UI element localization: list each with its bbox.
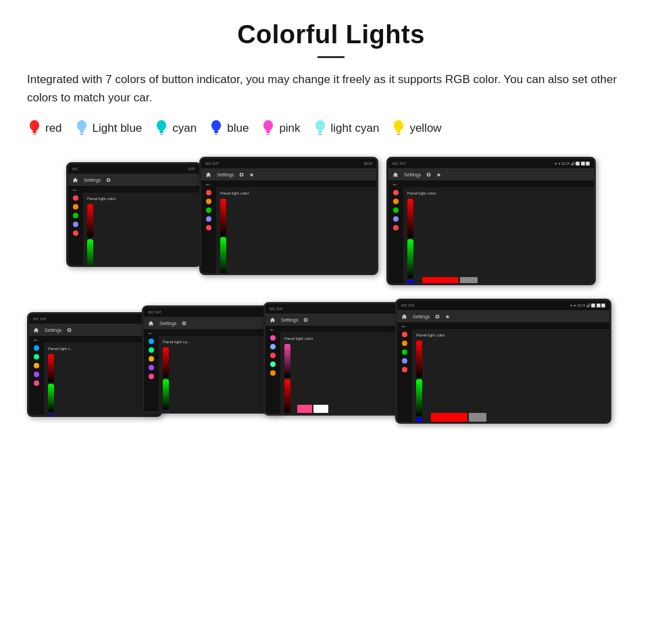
b4-green-slider[interactable] [416,379,422,416]
bottom-home-1 [33,327,39,333]
bulb-icon-blue [209,119,224,138]
color-label-cyan: cyan [172,122,197,135]
bottom-gear-4 [435,314,440,319]
nav-bar-2: Settings [201,168,376,180]
color-label-lightblue: Light blue [93,122,143,135]
back-arrow-3[interactable]: ← [392,180,399,188]
bottom-content-2: Panel light co... [144,336,282,414]
svg-point-15 [315,120,325,131]
bottom-content-4: Panel light color [397,329,609,424]
back-row-2: ← [201,180,376,187]
bottom-home-2 [148,320,154,326]
bottom-panel-label-3: Panel light color [284,337,406,341]
screen-3: MIC RAT ▼ ♥ 20:24 🔊 ⬜ ⬜ ⬜ Settings ← [386,157,596,285]
svg-point-18 [394,120,403,131]
bottom-arrow-2[interactable]: ← [147,329,154,337]
bottom-arrow-3[interactable]: ← [269,326,276,333]
b2-blue-slider[interactable] [163,411,169,414]
b3-dot3 [270,353,276,358]
b2-red-slider[interactable] [163,347,169,378]
sidebar-dot-5 [73,230,78,236]
screen-content-2: Panel light color [201,187,376,275]
b2-green-slider[interactable] [163,379,169,410]
color-item-blue: blue [209,119,249,138]
bottom-sliders-3 [284,344,406,413]
bottom-back-2: ← [144,329,282,336]
b3-dot4 [270,362,276,367]
settings-label-2: Settings [217,172,234,177]
svg-point-12 [263,120,273,131]
color-label-lightcyan: light cyan [331,122,380,135]
color-item-pink: pink [261,119,300,138]
bottom-gear-2 [182,321,186,326]
screen-1: MIC RAT Settings ← [66,162,201,267]
b3-dot2 [270,344,276,349]
color-item-red: red [27,119,62,138]
bottom-settings-1: Settings [45,328,61,332]
b4-dot1 [402,332,407,337]
back-arrow-2[interactable]: ← [205,180,211,188]
color-label-yellow: yellow [409,122,441,135]
sidebar-dot-2-3 [206,207,211,213]
b4-dot2 [402,341,407,346]
panel-section-1: Panel light color [83,193,199,267]
red-slider-1[interactable] [87,204,93,238]
bottom-screen-2: MIC RAT Settings ← [142,305,284,414]
color-item-yellow: yellow [391,119,441,138]
red-slider-2[interactable] [220,199,226,236]
bottom-arrow-4[interactable]: ← [401,322,407,330]
svg-point-27 [428,173,430,176]
star-icon-2 [249,172,254,177]
green-slider-1[interactable] [87,239,93,267]
screenshots-top-row: MIC RAT Settings ← [27,157,635,285]
sidebar-3 [388,187,403,285]
bottom-home-4 [401,314,407,320]
bottom-panel-label-1: Panel light c... [48,347,156,351]
panel-label-1: Panel light color [87,197,195,201]
panel-section-3: Panel light color [403,187,594,285]
b3-swatch1[interactable] [297,405,312,413]
svg-rect-13 [267,130,270,133]
b3-swatch2[interactable] [313,405,328,413]
sidebar-dot-2-5 [206,225,211,230]
sliders-area-2 [220,199,372,275]
svg-point-0 [30,120,39,131]
b1-blue-slider[interactable] [48,414,54,417]
bottom-sliders-2 [163,347,278,414]
b3-red-slider[interactable] [284,379,290,413]
svg-point-24 [240,173,243,176]
b4-blue-slider[interactable] [416,418,422,424]
screen-content-3: Panel light color [388,187,594,285]
green-slider-2[interactable] [220,237,226,274]
bottom-back-3: ← [265,326,410,332]
b1-green-slider[interactable] [48,384,54,412]
svg-rect-17 [318,134,322,135]
b1-dot4 [34,372,39,377]
b4-red-slider[interactable] [416,341,422,378]
bottom-panel-label-2: Panel light co... [163,340,278,344]
bottom-sliders-1 [48,354,156,417]
red-slider-3[interactable] [407,199,413,238]
bottom-screen-4-wrapper: MIC RAT ▼ ♥ 20:24 🔊 ⬜ ⬜ ⬜ Settings ← [395,299,611,424]
home-icon-2 [205,172,211,178]
svg-marker-23 [206,172,211,177]
bottom-status-1: MIC RAT [29,314,160,324]
bottom-screen-3-wrapper: MIC RAT Settings ← [263,302,412,416]
sidebar-dot-2 [73,204,78,209]
blue-slider-3[interactable] [407,280,413,285]
bottom-sliders-4 [416,341,605,424]
green-slider-3[interactable] [407,239,413,278]
b1-red-slider[interactable] [48,354,54,382]
swatch-gray-3[interactable] [460,277,478,285]
swatch-red-3[interactable] [422,277,459,285]
b4-swatch-red[interactable] [431,413,467,422]
back-arrow-1[interactable]: ← [72,186,78,193]
b3-pink-slider[interactable] [284,344,290,378]
sliders-area-1 [87,204,195,267]
bulb-icon-red [27,119,42,138]
panel-section-2: Panel light color [216,187,376,275]
back-row-1: ← [68,186,199,193]
b4-swatch-gray[interactable] [469,413,486,422]
bottom-arrow-1[interactable]: ← [32,336,39,343]
sidebar-dot-3-4 [393,216,399,222]
